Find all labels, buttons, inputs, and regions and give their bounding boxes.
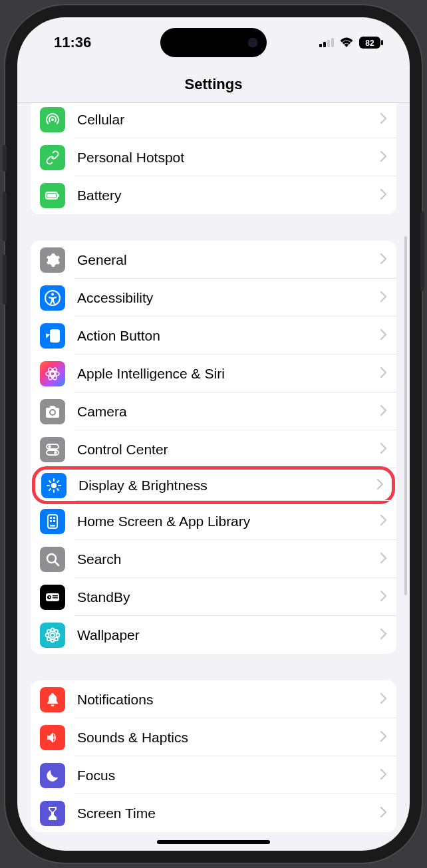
row-label: Action Button <box>77 328 380 344</box>
row-label: Home Screen & App Library <box>77 513 380 529</box>
settings-row-battery[interactable]: Battery <box>31 176 396 214</box>
nav-title: Settings <box>17 68 410 103</box>
row-label: Notifications <box>77 692 380 708</box>
chevron-right-icon <box>380 151 387 164</box>
svg-rect-2 <box>327 40 330 47</box>
chevron-right-icon <box>380 253 387 267</box>
chevron-right-icon <box>380 515 387 528</box>
settings-row-wallpaper[interactable]: Wallpaper <box>31 616 396 654</box>
accessibility-icon <box>40 285 65 311</box>
settings-group: NotificationsSounds & HapticsFocusScreen… <box>31 680 396 832</box>
chevron-right-icon <box>380 329 387 343</box>
search-icon <box>40 547 65 572</box>
battery-icon <box>40 183 65 208</box>
mute-switch <box>3 145 7 172</box>
chevron-right-icon <box>380 113 387 126</box>
moon-icon <box>40 763 65 788</box>
row-label: Cellular <box>77 112 380 128</box>
dynamic-island <box>160 28 267 57</box>
row-label: Focus <box>77 768 380 784</box>
settings-row-action-button[interactable]: Action Button <box>31 317 396 355</box>
intelligence-icon <box>40 361 65 386</box>
battery-indicator: 82 <box>359 37 383 49</box>
standby-icon <box>40 585 65 610</box>
settings-row-apple-intelligence[interactable]: Apple Intelligence & Siri <box>31 355 396 392</box>
row-label: General <box>77 252 380 268</box>
wallpaper-icon <box>40 623 65 648</box>
volume-up-button <box>3 192 7 241</box>
volume-down-button <box>3 255 7 305</box>
settings-row-focus[interactable]: Focus <box>31 756 396 794</box>
settings-row-cellular[interactable]: Cellular <box>31 103 396 138</box>
settings-row-standby[interactable]: StandBy <box>31 578 396 616</box>
cellular-signal-icon <box>319 34 334 51</box>
link-icon <box>40 145 65 170</box>
chevron-right-icon <box>380 807 387 820</box>
status-time: 11:36 <box>54 34 91 51</box>
row-label: Wallpaper <box>77 627 380 643</box>
svg-rect-1 <box>323 42 326 47</box>
settings-row-search[interactable]: Search <box>31 540 396 578</box>
settings-row-control-center[interactable]: Control Center <box>31 430 396 468</box>
home-grid-icon <box>40 509 65 534</box>
chevron-right-icon <box>380 189 387 202</box>
settings-row-hotspot[interactable]: Personal Hotspot <box>31 138 396 176</box>
chevron-right-icon <box>380 591 387 604</box>
settings-group: CellularPersonal HotspotBattery <box>31 103 396 214</box>
row-label: Control Center <box>77 442 380 458</box>
scroll-indicator[interactable] <box>404 236 407 595</box>
row-label: Sounds & Haptics <box>77 730 380 746</box>
speaker-icon <box>40 725 65 750</box>
camera-icon <box>40 399 65 424</box>
settings-group: GeneralAccessibilityAction ButtonApple I… <box>31 241 396 654</box>
chevron-right-icon <box>380 367 387 380</box>
chevron-right-icon <box>380 291 387 305</box>
settings-row-sounds[interactable]: Sounds & Haptics <box>31 718 396 756</box>
action-button-icon <box>40 323 65 349</box>
chevron-right-icon <box>377 479 384 492</box>
power-button <box>420 212 424 291</box>
antenna-icon <box>40 107 65 132</box>
settings-row-screen-time[interactable]: Screen Time <box>31 794 396 832</box>
gear-icon <box>40 247 65 273</box>
row-label: Battery <box>77 188 380 204</box>
settings-row-home-screen[interactable]: Home Screen & App Library <box>31 502 396 540</box>
svg-text:82: 82 <box>365 39 374 48</box>
svg-rect-5 <box>381 40 383 45</box>
hourglass-icon <box>40 801 65 826</box>
row-label: StandBy <box>77 589 380 605</box>
switches-icon <box>40 437 65 462</box>
row-label: Search <box>77 551 380 567</box>
chevron-right-icon <box>380 769 387 782</box>
row-label: Apple Intelligence & Siri <box>77 366 380 382</box>
chevron-right-icon <box>380 443 387 456</box>
row-label: Accessibility <box>77 290 380 306</box>
settings-row-camera[interactable]: Camera <box>31 392 396 430</box>
phone-frame: 11:36 82 Settings CellularPersonal Hotsp… <box>5 5 422 863</box>
settings-row-accessibility[interactable]: Accessibility <box>31 279 396 317</box>
chevron-right-icon <box>380 553 387 566</box>
home-indicator[interactable] <box>157 840 270 844</box>
chevron-right-icon <box>380 693 387 706</box>
row-label: Screen Time <box>77 805 380 821</box>
wifi-icon <box>339 34 354 51</box>
bell-icon <box>40 687 65 712</box>
chevron-right-icon <box>380 731 387 744</box>
screen: 11:36 82 Settings CellularPersonal Hotsp… <box>17 17 410 851</box>
chevron-right-icon <box>380 405 387 418</box>
settings-list[interactable]: CellularPersonal HotspotBatteryGeneralAc… <box>17 103 410 851</box>
svg-rect-0 <box>319 44 322 47</box>
brightness-icon <box>41 473 67 498</box>
row-label: Camera <box>77 404 380 420</box>
row-label: Display & Brightness <box>78 478 377 494</box>
chevron-right-icon <box>380 629 387 642</box>
svg-rect-3 <box>331 38 334 47</box>
settings-row-general[interactable]: General <box>31 241 396 279</box>
settings-row-display[interactable]: Display & Brightness <box>32 466 395 504</box>
settings-row-notifications[interactable]: Notifications <box>31 680 396 718</box>
row-label: Personal Hotspot <box>77 150 380 166</box>
